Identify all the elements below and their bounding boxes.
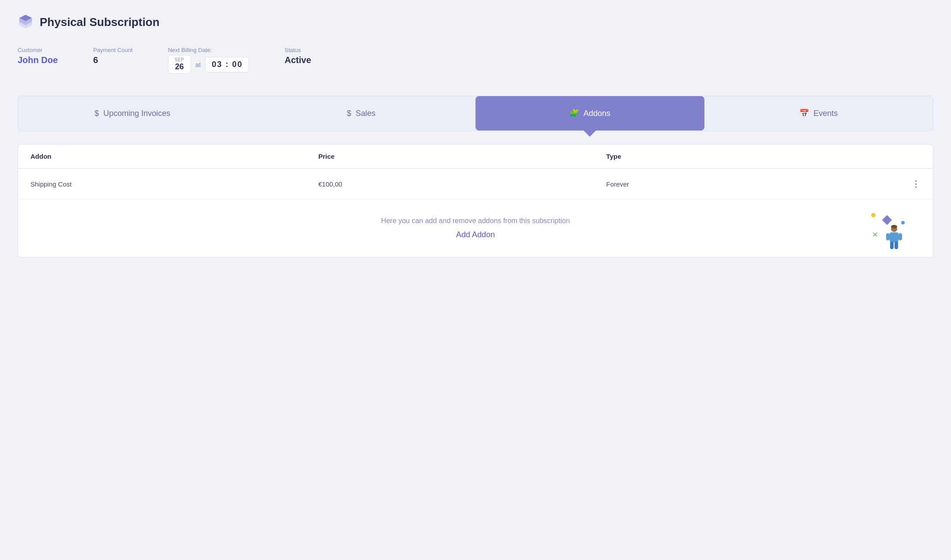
deco-blue-dot <box>901 221 905 224</box>
calendar-icon: 📅 <box>799 108 809 118</box>
customer-field: Customer John Doe <box>18 47 58 65</box>
col-header-price: Price <box>318 153 607 160</box>
puzzle-icon: 🧩 <box>569 108 579 118</box>
next-billing-date-label: Next Billing Date: <box>168 47 250 53</box>
svg-rect-8 <box>890 241 894 249</box>
deco-yellow-dot <box>871 213 876 217</box>
addons-table: Addon Price Type Shipping Cost €100,00 F… <box>18 144 933 258</box>
tab-upcoming-label: Upcoming Invoices <box>103 109 170 118</box>
dollar-icon-upcoming: $ <box>94 109 99 118</box>
status-value: Active <box>285 55 311 65</box>
addon-price: €100,00 <box>318 180 607 188</box>
svg-rect-7 <box>899 233 902 240</box>
billing-day: 26 <box>173 62 186 71</box>
tab-sales-label: Sales <box>356 109 375 118</box>
payment-count-field: Payment Count 6 <box>93 47 133 65</box>
col-header-addon: Addon <box>30 153 318 160</box>
more-options-button[interactable]: ⋮ <box>894 179 921 189</box>
add-addon-link[interactable]: Add Addon <box>456 230 495 239</box>
col-header-type: Type <box>606 153 894 160</box>
customer-value: John Doe <box>18 55 58 65</box>
addon-footer: Here you can add and remove addons from … <box>18 199 933 257</box>
tab-events[interactable]: 📅 Events <box>704 96 933 131</box>
table-header: Addon Price Type <box>18 145 933 169</box>
meta-row: Customer John Doe Payment Count 6 Next B… <box>18 47 933 74</box>
customer-label: Customer <box>18 47 58 53</box>
date-badge: SEP 26 <box>168 55 191 74</box>
billing-time: 03 : 00 <box>205 57 249 72</box>
svg-rect-5 <box>890 232 899 242</box>
tab-upcoming-invoices[interactable]: $ Upcoming Invoices <box>18 96 247 131</box>
svg-rect-6 <box>886 233 890 240</box>
status-field: Status Active <box>285 47 311 65</box>
payment-count-label: Payment Count <box>93 47 133 53</box>
tabs-container: $ Upcoming Invoices $ Sales 🧩 Addons 📅 E… <box>18 96 933 131</box>
payment-count-value: 6 <box>93 55 98 65</box>
svg-rect-9 <box>895 241 898 249</box>
billing-date-box: SEP 26 at 03 : 00 <box>168 55 250 74</box>
tab-addons[interactable]: 🧩 Addons <box>476 96 704 131</box>
tab-addons-label: Addons <box>584 109 610 118</box>
deco-x: ✕ <box>872 231 878 239</box>
svg-point-4 <box>891 225 897 228</box>
at-label: at <box>195 61 201 68</box>
page-header: Physical Subscription <box>18 13 933 31</box>
page-title: Physical Subscription <box>40 15 160 29</box>
layers-icon <box>18 13 34 31</box>
decorative-figure: ✕ <box>871 213 906 253</box>
addon-name: Shipping Cost <box>30 180 318 188</box>
addon-type: Forever <box>606 180 894 188</box>
table-row: Shipping Cost €100,00 Forever ⋮ <box>18 169 933 199</box>
dollar-icon-sales: $ <box>347 109 351 118</box>
tab-sales[interactable]: $ Sales <box>247 96 476 131</box>
addon-footer-description: Here you can add and remove addons from … <box>30 217 921 225</box>
deco-person <box>885 224 903 253</box>
status-label: Status <box>285 47 311 53</box>
billing-month: SEP <box>173 57 186 62</box>
deco-diamond <box>882 215 892 225</box>
tab-events-label: Events <box>813 109 838 118</box>
next-billing-date-field: Next Billing Date: SEP 26 at 03 : 00 <box>168 47 250 74</box>
